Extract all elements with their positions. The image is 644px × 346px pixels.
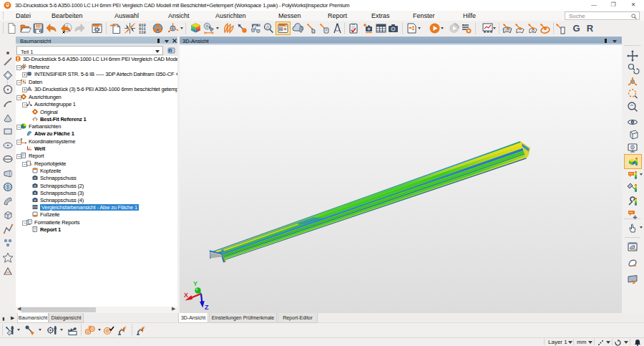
svg-text:G: G bbox=[572, 23, 580, 34]
svg-text:Z: Z bbox=[205, 304, 209, 311]
svg-text:△: △ bbox=[265, 24, 270, 29]
svg-text:X: X bbox=[184, 292, 188, 299]
svg-text:R: R bbox=[586, 23, 593, 34]
svg-text:Y: Y bbox=[193, 280, 197, 287]
svg-text:110: 110 bbox=[139, 30, 146, 35]
